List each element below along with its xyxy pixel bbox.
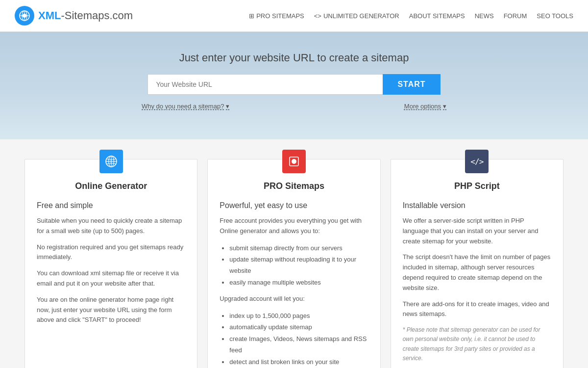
card-intro-2: Free account provides you everything you…	[220, 216, 368, 237]
list-item: index up to 1,500,000 pages	[229, 310, 368, 321]
card-p3-3: There are add-ons for it to create image…	[403, 299, 551, 320]
logo-icon	[15, 6, 34, 26]
pro-sitemaps-card: PRO Sitemaps Powerful, yet easy to use F…	[207, 159, 380, 368]
card-subtitle-3: Installable version	[403, 201, 551, 210]
card-p3-1: We offer a server-side script written in…	[403, 216, 551, 246]
logo-text: XML-Sitemaps.com	[38, 9, 133, 22]
card-p1-1: Suitable when you need to quickly create…	[37, 216, 185, 237]
grid-icon: ⊞	[249, 12, 254, 20]
card-free-list: submit sitemap directly from our servers…	[220, 242, 368, 289]
card-title-1: Online Generator	[37, 181, 185, 191]
card-p1-2: No registration required and you get sit…	[37, 242, 185, 263]
card-title-3: PHP Script	[403, 181, 551, 191]
card-title-2: PRO Sitemaps	[220, 181, 368, 191]
card-note-3: * Please note that sitemap generator can…	[403, 325, 551, 363]
cards-container: Online Generator Free and simple Suitabl…	[24, 159, 564, 368]
card-upgraded-intro: Upgraded account will let you:	[220, 294, 368, 304]
list-item: create Images, Videos, News sitemaps and…	[229, 333, 368, 356]
logo[interactable]: XML-Sitemaps.com	[15, 6, 133, 26]
list-item: automatically update sitemap	[229, 321, 368, 333]
card-icon-wrap-3: </>	[403, 150, 551, 173]
card-icon-wrap-2	[220, 150, 368, 173]
code-brackets-icon: </>	[465, 150, 489, 173]
header: XML-Sitemaps.com ⊞ PRO SITEMAPS <> UNLIM…	[0, 0, 588, 32]
php-script-card: </> PHP Script Installable version We of…	[391, 159, 564, 368]
chevron-down-icon: ▾	[226, 103, 229, 110]
hero-heading: Just enter your website URL to create a …	[10, 52, 578, 64]
url-input[interactable]	[147, 74, 383, 95]
nav-seo-tools[interactable]: SEO TOOLS	[537, 12, 573, 20]
globe-icon	[99, 150, 123, 173]
code-icon: <>	[314, 12, 321, 20]
card-paid-list: index up to 1,500,000 pages automaticall…	[220, 310, 368, 368]
list-item: submit sitemap directly from our servers	[229, 242, 368, 254]
list-item: easily manage multiple websites	[229, 277, 368, 288]
list-item: detect and list broken links on your sit…	[229, 356, 368, 368]
pro-icon	[282, 150, 306, 173]
list-item: update sitemap without reuploading it to…	[229, 254, 368, 277]
search-bar: START	[10, 74, 578, 95]
hero-section: Just enter your website URL to create a …	[0, 32, 588, 139]
card-subtitle-1: Free and simple	[37, 201, 185, 210]
start-button[interactable]: START	[383, 74, 440, 95]
nav-about-sitemaps[interactable]: ABOUT SITEMAPS	[409, 12, 465, 20]
svg-point-10	[292, 159, 296, 164]
card-p1-4: You are on the online generator home pag…	[37, 295, 185, 325]
card-subtitle-2: Powerful, yet easy to use	[220, 201, 368, 210]
card-icon-wrap-1	[37, 150, 185, 173]
nav-forum[interactable]: FORUM	[504, 12, 527, 20]
hero-links: Why do you need a sitemap? ▾ More option…	[140, 103, 448, 110]
cards-section: Online Generator Free and simple Suitabl…	[0, 139, 588, 368]
chevron-down-icon-2: ▾	[443, 103, 446, 110]
more-options-link[interactable]: More options ▾	[404, 103, 446, 110]
nav-unlimited-generator[interactable]: <> UNLIMITED GENERATOR	[314, 12, 399, 20]
online-generator-card: Online Generator Free and simple Suitabl…	[24, 159, 197, 368]
card-p1-3: You can download xml sitemap file or rec…	[37, 268, 185, 289]
nav-news[interactable]: NEWS	[475, 12, 494, 20]
nav-pro-sitemaps[interactable]: ⊞ PRO SITEMAPS	[249, 12, 304, 20]
main-nav: ⊞ PRO SITEMAPS <> UNLIMITED GENERATOR AB…	[249, 12, 573, 20]
why-sitemap-link[interactable]: Why do you need a sitemap? ▾	[142, 103, 229, 110]
card-p3-2: The script doesn't have the limit on num…	[403, 252, 551, 293]
